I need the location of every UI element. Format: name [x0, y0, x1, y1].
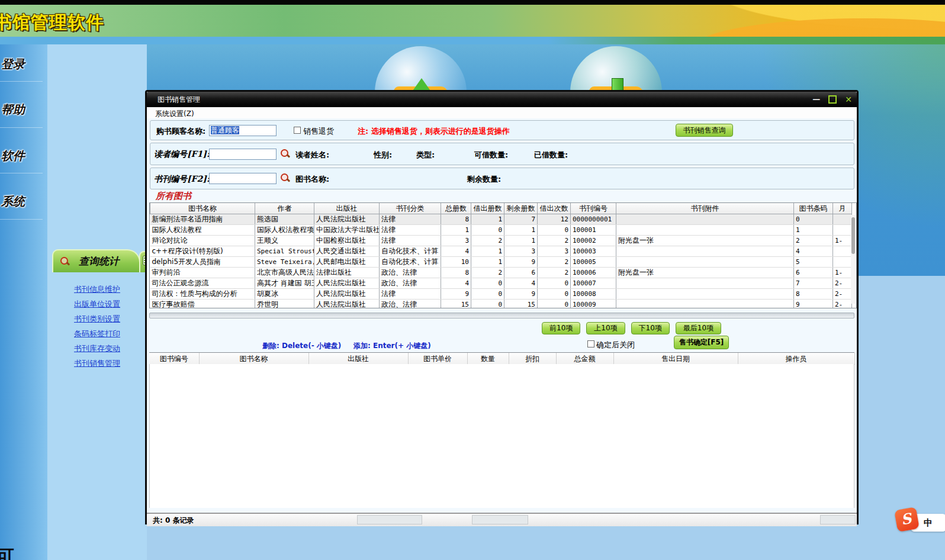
divider: [0, 127, 43, 128]
book-id-input[interactable]: [209, 173, 277, 184]
reader-search-icon[interactable]: [281, 149, 290, 158]
desktop-menu-item[interactable]: 帮助: [1, 102, 47, 118]
remain-label: 剩余数量:: [467, 174, 501, 185]
book-row[interactable]: c++程序设计(特别版)Special Stroustrup人民交通出版社自动化…: [150, 246, 852, 257]
column-header[interactable]: 书刊附件: [616, 203, 794, 214]
sale-query-button[interactable]: 书刊销售查询: [676, 124, 733, 137]
borrowed-label: 已借数量:: [534, 150, 568, 160]
sidebar-links: 书刊信息维护出版单位设置书刊类别设置条码标签打印书刊库存变动书刊销售管理: [74, 284, 120, 369]
tab-query-statistics[interactable]: 查询统计: [52, 249, 140, 272]
column-header[interactable]: 书刊分类: [380, 203, 441, 214]
minimize-button[interactable]: —: [812, 92, 820, 107]
column-header[interactable]: 图书名称: [150, 203, 255, 214]
top-black-bar: [0, 0, 945, 5]
horizontal-scrollbar[interactable]: [149, 313, 854, 318]
column-header[interactable]: 书刊编号: [571, 203, 616, 214]
sale-column-header[interactable]: 操作员: [738, 353, 854, 365]
column-header[interactable]: 月: [833, 203, 852, 214]
dialog-body: 购书顾客名称: 普通顾客 销售退货 注: 选择销售退货，则表示进行的是退货操作 …: [147, 118, 857, 523]
divider: [0, 219, 43, 220]
book-row[interactable]: 国际人权法教程国际人权法教程项目组中国政法大学出版社法律 1010 100001…: [150, 225, 852, 236]
book-row[interactable]: 司法公正观念源流高其才 肖建国 胡玉鸿人民法院出版社政治、法律 4040 100…: [150, 278, 852, 289]
sale-header-row: 图书编号图书名称出版社图书单价数量折扣总金额售出日期操作员: [149, 353, 854, 365]
tab-label: 查询统计: [79, 255, 119, 268]
sidebar-link[interactable]: 条码标签打印: [74, 329, 120, 339]
reader-name-label: 读者姓名:: [295, 150, 329, 160]
type-label: 类型:: [416, 150, 435, 160]
customer-panel: 购书顾客名称: 普通顾客 销售退货 注: 选择销售退货，则表示进行的是退货操作 …: [150, 120, 854, 140]
divider: [0, 81, 43, 82]
book-sale-dialog: 图书销售管理 — ✕ 系统设置(Z) 购书顾客名称: 普通顾客 销售退货 注: …: [145, 90, 859, 524]
return-note: 注: 选择销售退货，则表示进行的是退货操作: [358, 126, 510, 137]
customer-name-label: 购书顾客名称:: [156, 126, 205, 137]
book-row[interactable]: 辩论对抗论王顺义中国检察出版社法律 3212 100002附光盘一张21-: [150, 236, 852, 246]
sale-column-header[interactable]: 折扣: [509, 353, 556, 365]
sale-column-header[interactable]: 图书编号: [149, 353, 199, 365]
banner-wave-decoration: [578, 5, 945, 37]
book-row[interactable]: 司法权：性质与构成的分析胡夏冰人民法院出版社法律 9090 10000882-: [150, 289, 852, 300]
dialog-title: 图书销售管理: [158, 95, 200, 105]
book-search-icon[interactable]: [281, 173, 290, 182]
reader-panel: 读者编号[F1]: 读者姓名: 性别: 类型: 可借数量: 已借数量:: [150, 143, 854, 165]
app-banner: 书馆管理软件: [0, 5, 945, 37]
desktop: 书馆管理软件 登录帮助软件系统 查询统计 书刊信息维护出版单位设置书刊类别设置条…: [0, 0, 945, 560]
table-vertical-scrollbar[interactable]: [851, 215, 856, 304]
search-icon: [60, 257, 69, 266]
desktop-menu-item[interactable]: 软件: [1, 148, 47, 164]
sale-column-header[interactable]: 出版社: [308, 353, 408, 365]
pager-button[interactable]: 最后10项: [676, 322, 721, 334]
column-header[interactable]: 图书条码: [794, 203, 833, 214]
sale-column-header[interactable]: 图书单价: [408, 353, 467, 365]
pager-button[interactable]: 下10项: [631, 322, 670, 334]
dialog-menubar: 系统设置(Z): [147, 107, 857, 119]
close-after-confirm-checkbox[interactable]: [587, 340, 594, 347]
reader-id-input[interactable]: [209, 149, 277, 160]
sidebar-link[interactable]: 出版单位设置: [74, 299, 120, 310]
sale-column-header[interactable]: 图书名称: [199, 353, 308, 365]
sale-table-body: [149, 364, 854, 508]
column-header[interactable]: 出版社: [314, 203, 380, 214]
status-bar: 共: 0 条记录: [147, 513, 857, 526]
divider: [0, 173, 43, 173]
book-name-label: 图书名称:: [295, 174, 329, 185]
close-button[interactable]: ✕: [845, 92, 852, 107]
book-row[interactable]: 新编刑法罪名适用指南熊选国人民法院出版社法律 81712 00000000010: [150, 214, 852, 225]
all-books-tab[interactable]: 所有图书: [155, 191, 195, 203]
sale-column-header[interactable]: 总金额: [556, 353, 613, 365]
status-segment: [820, 515, 856, 524]
pager-button[interactable]: 前10项: [542, 322, 580, 334]
pager-button[interactable]: 上10项: [586, 322, 625, 334]
desktop-menu-item[interactable]: 登录: [1, 56, 47, 72]
add-hint: 添加: Enter(+ 小键盘): [353, 341, 431, 351]
sidebar-link[interactable]: 书刊销售管理: [74, 358, 120, 369]
status-segment: [472, 515, 528, 524]
sidebar-link[interactable]: 书刊库存变动: [74, 343, 120, 354]
maximize-button[interactable]: [828, 95, 837, 104]
book-row[interactable]: 医疗事故赔偿乔世明人民法院出版社政治、法律 150150 10000992-: [150, 300, 852, 309]
sogou-logo-icon[interactable]: S: [894, 507, 920, 532]
column-header[interactable]: 剩余册数: [504, 203, 538, 214]
confirm-sale-button[interactable]: 售书确定[F5]: [674, 336, 729, 349]
book-row[interactable]: delphi5开发人员指南Steve Teixeira,Xavier人民邮电出版…: [150, 257, 852, 268]
close-after-confirm-label: 确定后关闭: [596, 340, 635, 350]
sale-return-checkbox[interactable]: [294, 127, 301, 134]
column-header[interactable]: 借出次数: [538, 203, 571, 214]
corner-glyph-fragment: 可: [0, 545, 25, 560]
column-header[interactable]: 作者: [255, 203, 314, 214]
column-header[interactable]: 总册数: [441, 203, 471, 214]
book-id-label: 书刊编号[F2]:: [154, 174, 210, 185]
desktop-menu-item[interactable]: 系统: [1, 194, 47, 210]
can-borrow-label: 可借数量:: [474, 150, 508, 160]
sidebar-link[interactable]: 书刊类别设置: [74, 314, 120, 324]
customer-name-input[interactable]: 普通顾客: [209, 125, 277, 136]
dialog-titlebar[interactable]: 图书销售管理: [147, 92, 857, 107]
sale-column-header[interactable]: 数量: [467, 353, 509, 365]
sale-return-label: 销售退货: [303, 126, 334, 137]
selected-text: 普通顾客: [211, 126, 239, 134]
sidebar-link[interactable]: 书刊信息维护: [74, 284, 120, 295]
gender-label: 性别:: [374, 150, 392, 160]
book-row[interactable]: 审判前沿北京市高级人民法院法律出版社政治、法律 8262 100006附光盘一张…: [150, 268, 852, 278]
left-menu-strip: [0, 44, 47, 560]
sale-column-header[interactable]: 售出日期: [613, 353, 738, 365]
column-header[interactable]: 借出册数: [471, 203, 504, 214]
